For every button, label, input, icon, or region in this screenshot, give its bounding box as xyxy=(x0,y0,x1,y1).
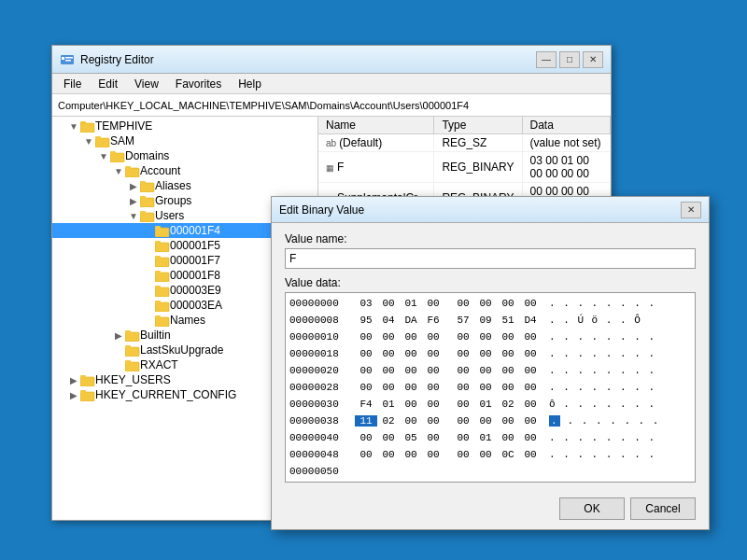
hex-cell[interactable]: 00 xyxy=(400,348,422,359)
hex-cell[interactable]: 00 xyxy=(377,298,400,309)
hex-cell[interactable]: 00 xyxy=(355,432,377,443)
tree-item-domains[interactable]: ▼ Domains xyxy=(52,148,317,163)
hex-cell[interactable]: 00 xyxy=(377,432,400,443)
hex-cell[interactable]: 00 xyxy=(519,399,542,410)
hex-cell[interactable]: 00 xyxy=(519,449,542,460)
hex-cell[interactable]: 00 xyxy=(497,331,519,343)
hex-cell-selected[interactable]: 11 xyxy=(355,415,377,427)
hex-cell[interactable]: 00 xyxy=(497,382,519,393)
hex-cell[interactable]: 00 xyxy=(422,432,444,443)
hex-cell[interactable]: 00 xyxy=(422,449,444,460)
hex-cell[interactable]: 01 xyxy=(377,399,400,410)
hex-cell[interactable]: 01 xyxy=(400,298,422,309)
hex-cell[interactable]: 01 xyxy=(474,432,497,443)
hex-cell[interactable]: 04 xyxy=(377,315,400,326)
hex-cell[interactable]: D4 xyxy=(519,315,542,326)
hex-cell[interactable]: 0C xyxy=(497,449,519,460)
hex-cell[interactable]: 00 xyxy=(422,415,444,427)
tree-item-temphive[interactable]: ▼ TEMPHIVE xyxy=(52,119,317,133)
menu-view[interactable]: View xyxy=(127,76,166,92)
hex-cell[interactable]: 00 xyxy=(497,365,519,376)
cancel-button[interactable]: Cancel xyxy=(630,497,696,520)
hex-cell[interactable]: 00 xyxy=(422,298,444,309)
hex-cell[interactable]: 00 xyxy=(452,298,474,309)
ok-button[interactable]: OK xyxy=(559,497,625,520)
menu-help[interactable]: Help xyxy=(231,76,269,92)
hex-cell[interactable]: 02 xyxy=(377,415,400,427)
table-row[interactable]: ab(Default) REG_SZ (value not set) xyxy=(318,134,611,152)
hex-cell[interactable]: 00 xyxy=(452,415,474,427)
hex-cell[interactable]: 00 xyxy=(422,399,444,410)
hex-cell[interactable]: 02 xyxy=(497,399,519,410)
hex-cell[interactable]: 00 xyxy=(377,449,400,460)
hex-cell[interactable]: 01 xyxy=(474,399,497,410)
col-header-name[interactable]: Name xyxy=(318,117,434,134)
hex-cell[interactable]: 00 xyxy=(497,415,519,427)
hex-cell[interactable]: 00 xyxy=(422,348,444,359)
hex-cell[interactable]: 00 xyxy=(474,365,497,376)
col-header-data[interactable]: Data xyxy=(522,117,610,134)
hex-cell[interactable]: 00 xyxy=(400,365,422,376)
hex-cell[interactable]: 51 xyxy=(497,315,519,326)
hex-cell[interactable]: 00 xyxy=(422,365,444,376)
menu-favorites[interactable]: Favorites xyxy=(168,76,229,92)
dialog-close-button[interactable]: ✕ xyxy=(681,202,701,218)
hex-cell[interactable]: 00 xyxy=(422,382,444,393)
hex-cell[interactable]: 00 xyxy=(497,432,519,443)
hex-cell[interactable]: 00 xyxy=(474,348,497,359)
hex-cell[interactable]: 00 xyxy=(355,382,377,393)
hex-cell[interactable]: 00 xyxy=(355,331,377,343)
menu-file[interactable]: File xyxy=(56,76,89,92)
hex-cell[interactable]: 00 xyxy=(519,415,542,427)
hex-cell[interactable]: 00 xyxy=(452,331,474,343)
hex-cell[interactable]: 00 xyxy=(474,382,497,393)
hex-cell[interactable]: 00 xyxy=(377,348,400,359)
hex-cell[interactable]: 00 xyxy=(452,348,474,359)
hex-cell[interactable]: 00 xyxy=(400,399,422,410)
hex-cell[interactable]: 00 xyxy=(452,449,474,460)
hex-cell[interactable]: 00 xyxy=(422,331,444,343)
hex-cell[interactable]: 00 xyxy=(519,348,542,359)
hex-cell[interactable]: 00 xyxy=(355,348,377,359)
hex-cell[interactable]: 00 xyxy=(355,449,377,460)
tree-item-aliases[interactable]: ▶ Aliases xyxy=(52,178,317,193)
hex-cell[interactable]: 00 xyxy=(474,415,497,427)
hex-cell[interactable]: 09 xyxy=(474,315,497,326)
hex-cell[interactable]: 57 xyxy=(452,315,474,326)
hex-cell[interactable]: 95 xyxy=(355,315,377,326)
hex-cell[interactable]: 00 xyxy=(497,298,519,309)
value-name-input[interactable] xyxy=(285,248,696,269)
hex-cell[interactable]: 00 xyxy=(452,365,474,376)
hex-cell[interactable]: DA xyxy=(400,315,422,326)
hex-cell[interactable]: 00 xyxy=(452,399,474,410)
hex-cell[interactable]: 00 xyxy=(400,382,422,393)
maximize-button[interactable]: □ xyxy=(559,51,580,68)
hex-cell[interactable]: 00 xyxy=(497,348,519,359)
hex-cell[interactable]: 00 xyxy=(519,298,542,309)
hex-cell[interactable]: F4 xyxy=(355,399,377,410)
table-row[interactable]: ▦F REG_BINARY 03 00 01 00 00 00 00 00 xyxy=(318,152,611,183)
hex-cell[interactable]: 00 xyxy=(474,449,497,460)
hex-cell[interactable]: 00 xyxy=(519,432,542,443)
hex-cell[interactable]: F6 xyxy=(422,315,444,326)
hex-cell[interactable]: 00 xyxy=(519,331,542,343)
hex-cell[interactable]: 00 xyxy=(377,331,400,343)
hex-cell[interactable]: 00 xyxy=(474,331,497,343)
col-header-type[interactable]: Type xyxy=(434,117,522,134)
hex-cell[interactable]: 00 xyxy=(400,449,422,460)
hex-cell[interactable]: 05 xyxy=(400,432,422,443)
hex-cell[interactable]: 00 xyxy=(355,365,377,376)
hex-cell[interactable]: 00 xyxy=(377,382,400,393)
tree-item-account[interactable]: ▼ Account xyxy=(52,163,317,178)
hex-grid[interactable]: 00000000 03 00 01 00 00 00 00 00 . . . .… xyxy=(285,292,696,483)
hex-cell[interactable]: 00 xyxy=(400,331,422,343)
hex-cell[interactable]: 00 xyxy=(377,365,400,376)
hex-cell[interactable]: 00 xyxy=(519,365,542,376)
hex-cell[interactable]: 00 xyxy=(519,382,542,393)
hex-cell[interactable]: 00 xyxy=(474,298,497,309)
minimize-button[interactable]: — xyxy=(536,51,557,68)
tree-item-sam[interactable]: ▼ SAM xyxy=(52,133,317,148)
hex-cell[interactable]: 00 xyxy=(452,432,474,443)
hex-cell[interactable]: 03 xyxy=(355,298,377,309)
close-button[interactable]: ✕ xyxy=(583,51,603,68)
